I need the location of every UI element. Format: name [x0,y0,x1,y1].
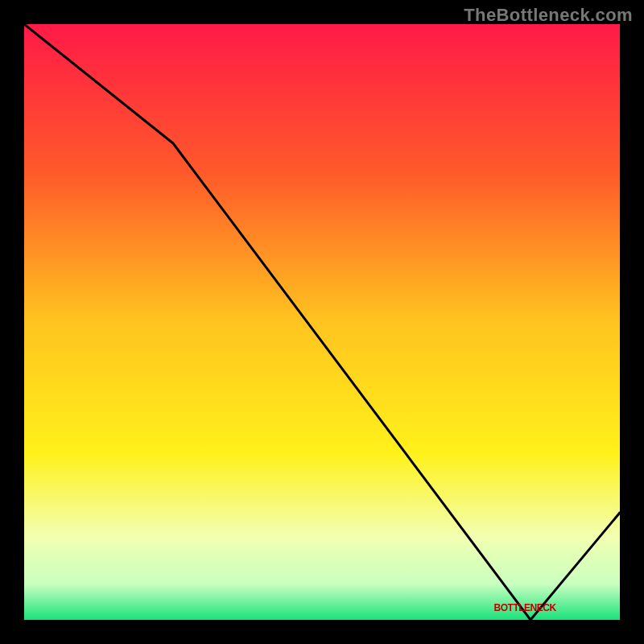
plot-area [24,24,620,620]
watermark-text: TheBottleneck.com [464,5,633,26]
gradient-background [24,24,620,620]
chart-frame: TheBottleneck.com BOTTLENECK [0,0,644,644]
minimum-label: BOTTLENECK [494,602,556,613]
bottleneck-chart [24,24,620,620]
